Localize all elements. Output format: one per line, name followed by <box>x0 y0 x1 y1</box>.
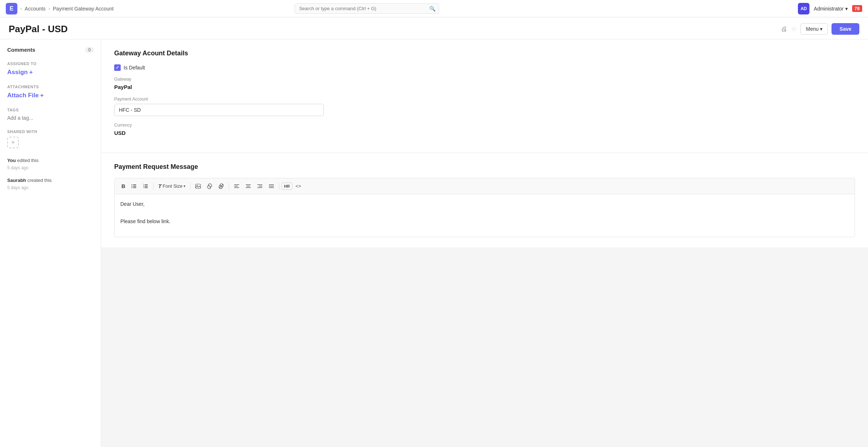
avatar: AD <box>798 3 809 14</box>
app-logo: E <box>6 3 17 14</box>
breadcrumb-chevron-2: › <box>48 6 50 11</box>
svg-point-3 <box>132 184 132 185</box>
topbar-right: AD Administrator ▾ 78 <box>798 3 862 14</box>
activity-action-1: created this <box>27 178 52 183</box>
rte-content[interactable]: Dear User, Please find below link. <box>114 194 855 237</box>
rte-fontsize-button[interactable]: T Font Size ▾ <box>156 181 188 191</box>
svg-point-5 <box>132 187 132 188</box>
breadcrumb-accounts[interactable]: Accounts <box>25 6 46 12</box>
rte-code-button[interactable]: <> <box>293 182 304 191</box>
svg-rect-6 <box>145 184 148 185</box>
sidebar-assigned-section: ASSIGNED TO Assign + <box>7 61 94 76</box>
shared-plus-icon: + <box>11 139 15 146</box>
rte-toolbar: B 123 T Font Size ▾ <box>114 178 855 194</box>
activity-time-0: 5 days ago <box>7 165 29 170</box>
assign-plus-icon: + <box>29 69 33 76</box>
svg-rect-1 <box>133 186 136 187</box>
breadcrumb-payment-gateway[interactable]: Payment Gateway Account <box>53 6 113 12</box>
assigned-to-label: ASSIGNED TO <box>7 61 94 66</box>
attach-file-button[interactable]: Attach File + <box>7 92 94 99</box>
currency-field: Currency USD <box>114 123 855 136</box>
is-default-label: Is Default <box>124 65 145 71</box>
favorite-button[interactable]: ☆ <box>791 25 797 33</box>
comments-label: Comments <box>7 47 35 53</box>
svg-point-13 <box>197 185 198 186</box>
activity-actor-0: You <box>7 158 16 163</box>
svg-rect-24 <box>269 184 274 185</box>
rte-ol-button[interactable]: 123 <box>140 182 151 191</box>
payment-request-title: Payment Request Message <box>114 163 855 171</box>
rte-link-button[interactable] <box>204 182 215 191</box>
sidebar-shared-section: SHARED WITH + <box>7 129 94 148</box>
is-default-checkbox[interactable] <box>114 64 121 71</box>
shared-add-button[interactable]: + <box>7 137 19 148</box>
svg-rect-15 <box>234 184 239 185</box>
svg-rect-22 <box>259 186 262 187</box>
menu-button[interactable]: Menu ▾ <box>800 23 828 35</box>
assign-button[interactable]: Assign + <box>7 69 94 76</box>
activity-time-1: 5 days ago <box>7 185 29 190</box>
topbar: E › Accounts › Payment Gateway Account 🔍… <box>0 0 868 17</box>
main-layout: Comments 0 ASSIGNED TO Assign + ATTACHME… <box>0 39 868 447</box>
currency-value: USD <box>114 130 855 136</box>
rte-align-right-button[interactable] <box>254 182 265 191</box>
rte-divider-3 <box>229 183 229 190</box>
tags-label: TAGS <box>7 108 94 112</box>
shared-with-label: SHARED WITH <box>7 129 94 134</box>
svg-rect-25 <box>269 186 274 187</box>
activity-action-0: edited this <box>17 158 38 163</box>
user-dropdown-icon: ▾ <box>845 6 848 12</box>
rte-ul-button[interactable] <box>129 182 139 191</box>
activity-item-0: You edited this 5 days ago <box>7 157 94 171</box>
rte-unlink-button[interactable] <box>216 182 227 191</box>
svg-rect-8 <box>145 187 148 188</box>
rte-divider-2 <box>190 183 190 190</box>
menu-dropdown-icon: ▾ <box>820 26 822 32</box>
svg-point-4 <box>132 186 132 186</box>
search-input[interactable] <box>295 3 439 14</box>
svg-rect-0 <box>133 184 136 185</box>
rte-line-1: Dear User, <box>120 200 849 209</box>
activity-actor-1: Saurabh <box>7 178 26 183</box>
svg-rect-12 <box>195 184 201 188</box>
rte-hr-button[interactable]: HR <box>282 183 292 190</box>
tag-input[interactable] <box>7 115 70 121</box>
rte-image-button[interactable] <box>193 182 203 191</box>
content-area: Gateway Acount Details Is Default Gatewa… <box>101 39 868 447</box>
page-actions: 🖨 ☆ Menu ▾ Save <box>781 23 859 35</box>
comments-row: Comments 0 <box>7 47 94 53</box>
payment-account-input[interactable] <box>114 104 324 116</box>
search-icon: 🔍 <box>429 6 435 12</box>
rte-divider-1 <box>153 183 154 190</box>
attach-plus-icon: + <box>40 92 44 99</box>
rte-align-left-button[interactable] <box>231 182 242 191</box>
svg-rect-19 <box>246 186 250 187</box>
svg-rect-7 <box>145 186 148 187</box>
gateway-label: Gateway <box>114 77 855 82</box>
svg-rect-21 <box>257 184 262 185</box>
gateway-value: PayPal <box>114 84 855 90</box>
print-button[interactable]: 🖨 <box>781 25 787 33</box>
rte-align-center-button[interactable] <box>243 182 254 191</box>
user-menu[interactable]: Administrator ▾ <box>814 6 847 12</box>
svg-line-14 <box>219 184 223 188</box>
comments-count: 0 <box>85 47 94 53</box>
notification-badge[interactable]: 78 <box>852 5 862 12</box>
sidebar: Comments 0 ASSIGNED TO Assign + ATTACHME… <box>0 39 101 447</box>
payment-request-section: Payment Request Message B 123 T Font Siz… <box>101 153 868 247</box>
gateway-field: Gateway PayPal <box>114 77 855 90</box>
save-button[interactable]: Save <box>832 23 859 35</box>
svg-text:3: 3 <box>143 186 144 188</box>
rte-justify-button[interactable] <box>266 182 277 191</box>
svg-rect-2 <box>133 187 136 188</box>
svg-rect-23 <box>257 187 262 188</box>
rte-bold-button[interactable]: B <box>119 181 128 191</box>
payment-account-label: Payment Account <box>114 97 855 102</box>
page-header: PayPal - USD 🖨 ☆ Menu ▾ Save <box>0 17 868 39</box>
sidebar-tags-section: TAGS <box>7 108 94 121</box>
breadcrumb-chevron-1: › <box>20 6 22 11</box>
sidebar-activity-section: You edited this 5 days ago Saurabh creat… <box>7 157 94 191</box>
sidebar-comments-section: Comments 0 <box>7 47 94 53</box>
svg-rect-20 <box>246 187 251 188</box>
page-title: PayPal - USD <box>9 24 68 35</box>
